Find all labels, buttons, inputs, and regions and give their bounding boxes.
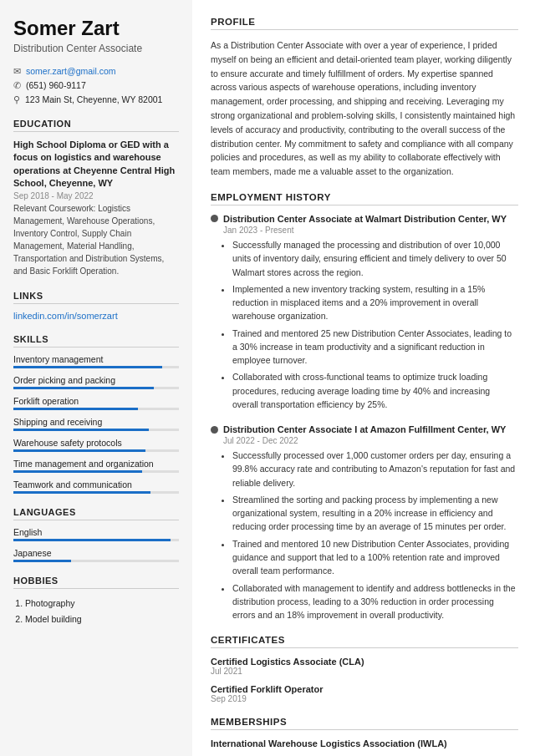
link-linkedin[interactable]: linkedin.com/in/somerzart (13, 311, 179, 321)
phone-text: (651) 960-9117 (26, 80, 86, 90)
skill-bar-bg (13, 408, 179, 410)
job-title: Distribution Center Associate I at Amazo… (211, 424, 518, 434)
skill-bar-fill (13, 387, 154, 389)
skill-label: Order picking and packing (13, 375, 179, 385)
languages-section-title: Languages (13, 507, 179, 520)
main-content: Profile As a Distribution Center Associa… (192, 0, 535, 756)
languages-list: English Japanese (13, 527, 179, 562)
job-dot (211, 426, 218, 434)
profile-text: As a Distribution Center Associate with … (211, 38, 518, 179)
bullet-item: Streamlined the sorting and packing proc… (232, 493, 518, 534)
job-bullets: Successfully processed over 1,000 custom… (211, 449, 518, 622)
contact-address: ⚲ 123 Main St, Cheyenne, WY 82001 (13, 94, 179, 105)
employment-item: Distribution Center Associate I at Amazo… (211, 424, 518, 622)
job-date: Jul 2022 - Dec 2022 (223, 436, 518, 445)
skill-label: Shipping and receiving (13, 417, 179, 427)
skill-item: Shipping and receiving (13, 417, 179, 431)
profile-section-title: Profile (211, 17, 518, 30)
employment-list: Distribution Center Associate at Walmart… (211, 214, 518, 622)
memberships-section-title: Memberships (211, 717, 518, 730)
job-bullets: Successfully managed the processing and … (211, 238, 518, 411)
certificates-list: Certified Logistics Associate (CLA) Jul … (211, 657, 518, 703)
education-section-title: Education (13, 119, 179, 132)
skill-label: Time management and organization (13, 459, 179, 469)
skill-label: Teamwork and communication (13, 479, 179, 490)
hobbies-list: PhotographyModel building (13, 596, 179, 627)
certificate-item: Certified Forklift Operator Sep 2019 (211, 684, 518, 703)
sidebar: Somer Zart Distribution Center Associate… (0, 0, 192, 756)
member-name: International Warehouse Logistics Associ… (211, 738, 518, 748)
skills-section-title: Skills (13, 334, 179, 348)
links-section-title: Links (13, 291, 179, 304)
hobby-item: Model building (25, 611, 179, 627)
bullet-item: Successfully processed over 1,000 custom… (232, 449, 518, 490)
job-date: Jan 2023 - Present (223, 226, 518, 235)
job-dot (211, 215, 218, 222)
bullet-item: Trained and mentored 10 new Distribution… (232, 537, 518, 578)
language-bar-fill (13, 539, 171, 541)
address-text: 123 Main St, Cheyenne, WY 82001 (25, 94, 162, 104)
contact-phone: ✆ (651) 960-9117 (13, 80, 179, 91)
employment-item: Distribution Center Associate at Walmart… (211, 214, 518, 411)
language-bar-fill (13, 560, 71, 562)
language-label: English (13, 527, 179, 537)
certificate-item: Certified Logistics Associate (CLA) Jul … (211, 657, 518, 676)
memberships-list: International Warehouse Logistics Associ… (211, 738, 518, 748)
bullet-item: Successfully managed the processing and … (232, 238, 518, 279)
edu-coursework: Relevant Coursework: Logistics Managemen… (13, 202, 179, 277)
job-title-text: Distribution Center Associate I at Amazo… (223, 424, 506, 434)
membership-item: International Warehouse Logistics Associ… (211, 738, 518, 748)
skill-item: Order picking and packing (13, 375, 179, 389)
skill-label: Warehouse safety protocols (13, 438, 179, 448)
cert-date: Sep 2019 (211, 694, 518, 703)
language-label: Japanese (13, 548, 179, 558)
skill-bar-bg (13, 470, 179, 473)
location-icon: ⚲ (13, 94, 20, 105)
skill-label: Inventory management (13, 354, 179, 364)
skill-item: Inventory management (13, 354, 179, 368)
skill-bar-fill (13, 470, 142, 473)
language-bar-bg (13, 539, 179, 541)
linkedin-link[interactable]: linkedin.com/in/somerzart (13, 311, 118, 321)
skill-bar-bg (13, 429, 179, 431)
job-title: Distribution Center Associate at Walmart… (211, 214, 518, 224)
language-item: English (13, 527, 179, 541)
bullet-item: Collaborated with cross-functional teams… (232, 370, 518, 411)
certificates-section-title: Certificates (211, 635, 518, 648)
skill-bar-bg (13, 449, 179, 452)
language-item: Japanese (13, 548, 179, 562)
job-title-text: Distribution Center Associate at Walmart… (223, 214, 507, 224)
candidate-name: Somer Zart (13, 17, 179, 41)
bullet-item: Implemented a new inventory tracking sys… (232, 282, 518, 323)
skill-bar-fill (13, 429, 149, 431)
skill-item: Teamwork and communication (13, 479, 179, 494)
hobby-item: Photography (25, 596, 179, 611)
bullet-item: Collaborated with management to identify… (232, 581, 518, 622)
phone-icon: ✆ (13, 80, 21, 91)
cert-name: Certified Forklift Operator (211, 684, 518, 694)
skill-item: Warehouse safety protocols (13, 438, 179, 452)
cert-date: Jul 2021 (211, 667, 518, 676)
edu-degree: High School Diploma or GED with a focus … (13, 139, 179, 190)
contact-email[interactable]: ✉ somer.zart@gmail.com (13, 66, 179, 77)
email-icon: ✉ (13, 66, 21, 77)
skill-item: Time management and organization (13, 459, 179, 473)
skill-label: Forklift operation (13, 396, 179, 406)
email-link[interactable]: somer.zart@gmail.com (26, 66, 116, 76)
hobbies-section-title: Hobbies (13, 576, 179, 589)
skill-bar-bg (13, 366, 179, 368)
skill-bar-fill (13, 366, 162, 368)
employment-section-title: Employment History (211, 192, 518, 205)
skills-list: Inventory management Order picking and p… (13, 354, 179, 494)
language-bar-bg (13, 560, 179, 562)
edu-date: Sep 2018 - May 2022 (13, 191, 179, 200)
skill-bar-bg (13, 491, 179, 494)
skill-bar-fill (13, 449, 145, 452)
bullet-item: Trained and mentored 25 new Distribution… (232, 327, 518, 368)
skill-item: Forklift operation (13, 396, 179, 410)
skill-bar-bg (13, 387, 179, 389)
candidate-title: Distribution Center Associate (13, 43, 179, 54)
cert-name: Certified Logistics Associate (CLA) (211, 657, 518, 667)
skill-bar-fill (13, 408, 138, 410)
skill-bar-fill (13, 491, 150, 494)
